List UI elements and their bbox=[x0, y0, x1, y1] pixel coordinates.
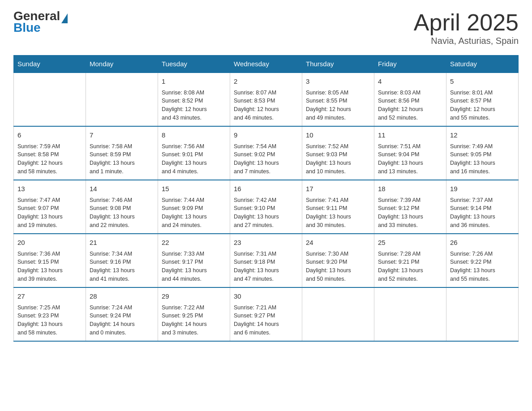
day-info: Sunrise: 7:49 AM Sunset: 9:05 PM Dayligh… bbox=[450, 142, 515, 176]
calendar-cell: 10Sunrise: 7:52 AM Sunset: 9:03 PM Dayli… bbox=[302, 126, 374, 180]
day-info: Sunrise: 7:30 AM Sunset: 9:20 PM Dayligh… bbox=[306, 250, 370, 283]
day-number: 26 bbox=[450, 238, 515, 248]
day-number: 11 bbox=[378, 130, 442, 141]
day-number: 7 bbox=[90, 130, 154, 141]
calendar-cell: 23Sunrise: 7:31 AM Sunset: 9:18 PM Dayli… bbox=[230, 234, 302, 287]
day-of-week-header: Thursday bbox=[302, 56, 374, 73]
day-number: 30 bbox=[234, 291, 298, 302]
day-info: Sunrise: 7:54 AM Sunset: 9:02 PM Dayligh… bbox=[234, 142, 298, 176]
calendar-week-row: 1Sunrise: 8:08 AM Sunset: 8:52 PM Daylig… bbox=[14, 73, 519, 126]
calendar-cell: 14Sunrise: 7:46 AM Sunset: 9:08 PM Dayli… bbox=[86, 180, 158, 234]
day-number: 28 bbox=[90, 291, 154, 302]
day-info: Sunrise: 8:05 AM Sunset: 8:55 PM Dayligh… bbox=[306, 89, 370, 122]
calendar-cell: 15Sunrise: 7:44 AM Sunset: 9:09 PM Dayli… bbox=[158, 180, 230, 234]
day-number: 6 bbox=[17, 130, 82, 141]
day-info: Sunrise: 7:28 AM Sunset: 9:21 PM Dayligh… bbox=[378, 250, 442, 283]
day-info: Sunrise: 8:01 AM Sunset: 8:57 PM Dayligh… bbox=[450, 89, 515, 122]
calendar-cell: 11Sunrise: 7:51 AM Sunset: 9:04 PM Dayli… bbox=[374, 126, 446, 180]
day-number: 4 bbox=[378, 77, 442, 87]
calendar-cell bbox=[302, 287, 374, 341]
day-number: 3 bbox=[306, 77, 370, 87]
calendar-cell: 13Sunrise: 7:47 AM Sunset: 9:07 PM Dayli… bbox=[14, 180, 86, 234]
logo-blue-text: Blue bbox=[13, 21, 68, 34]
day-info: Sunrise: 7:46 AM Sunset: 9:08 PM Dayligh… bbox=[90, 196, 154, 230]
calendar-cell: 2Sunrise: 8:07 AM Sunset: 8:53 PM Daylig… bbox=[230, 73, 302, 126]
day-number: 9 bbox=[234, 130, 298, 141]
day-info: Sunrise: 7:44 AM Sunset: 9:09 PM Dayligh… bbox=[162, 196, 226, 230]
calendar-cell: 3Sunrise: 8:05 AM Sunset: 8:55 PM Daylig… bbox=[302, 73, 374, 126]
day-of-week-header: Sunday bbox=[14, 56, 86, 73]
day-number: 12 bbox=[450, 130, 515, 141]
day-number: 24 bbox=[306, 238, 370, 248]
day-of-week-header: Friday bbox=[374, 56, 446, 73]
day-of-week-header: Monday bbox=[86, 56, 158, 73]
calendar-week-row: 20Sunrise: 7:36 AM Sunset: 9:15 PM Dayli… bbox=[14, 234, 519, 287]
day-info: Sunrise: 7:59 AM Sunset: 8:58 PM Dayligh… bbox=[17, 142, 82, 176]
calendar-cell: 28Sunrise: 7:24 AM Sunset: 9:24 PM Dayli… bbox=[86, 287, 158, 341]
calendar-cell bbox=[446, 287, 519, 341]
calendar-cell: 7Sunrise: 7:58 AM Sunset: 8:59 PM Daylig… bbox=[86, 126, 158, 180]
calendar-cell: 5Sunrise: 8:01 AM Sunset: 8:57 PM Daylig… bbox=[446, 73, 519, 126]
day-info: Sunrise: 7:39 AM Sunset: 9:12 PM Dayligh… bbox=[378, 196, 442, 230]
calendar-cell bbox=[14, 73, 86, 126]
calendar-week-row: 6Sunrise: 7:59 AM Sunset: 8:58 PM Daylig… bbox=[14, 126, 519, 180]
day-number: 27 bbox=[17, 291, 82, 302]
day-info: Sunrise: 7:51 AM Sunset: 9:04 PM Dayligh… bbox=[378, 142, 442, 176]
day-number: 21 bbox=[90, 238, 154, 248]
day-number: 18 bbox=[378, 184, 442, 194]
logo: General Blue bbox=[13, 9, 68, 34]
day-info: Sunrise: 7:52 AM Sunset: 9:03 PM Dayligh… bbox=[306, 142, 370, 176]
day-info: Sunrise: 7:25 AM Sunset: 9:23 PM Dayligh… bbox=[17, 304, 82, 337]
day-number: 8 bbox=[162, 130, 226, 141]
day-number: 23 bbox=[234, 238, 298, 248]
calendar-cell: 25Sunrise: 7:28 AM Sunset: 9:21 PM Dayli… bbox=[374, 234, 446, 287]
title-block: April 2025 Navia, Asturias, Spain bbox=[414, 9, 519, 46]
calendar-cell: 1Sunrise: 8:08 AM Sunset: 8:52 PM Daylig… bbox=[158, 73, 230, 126]
day-number: 19 bbox=[450, 184, 515, 194]
day-number: 20 bbox=[17, 238, 82, 248]
day-number: 1 bbox=[162, 77, 226, 87]
calendar-cell: 29Sunrise: 7:22 AM Sunset: 9:25 PM Dayli… bbox=[158, 287, 230, 341]
calendar-cell bbox=[374, 287, 446, 341]
calendar-cell: 24Sunrise: 7:30 AM Sunset: 9:20 PM Dayli… bbox=[302, 234, 374, 287]
day-info: Sunrise: 7:37 AM Sunset: 9:14 PM Dayligh… bbox=[450, 196, 515, 230]
day-info: Sunrise: 7:21 AM Sunset: 9:27 PM Dayligh… bbox=[234, 304, 298, 337]
calendar-cell: 20Sunrise: 7:36 AM Sunset: 9:15 PM Dayli… bbox=[14, 234, 86, 287]
calendar-cell: 18Sunrise: 7:39 AM Sunset: 9:12 PM Dayli… bbox=[374, 180, 446, 234]
day-info: Sunrise: 7:42 AM Sunset: 9:10 PM Dayligh… bbox=[234, 196, 298, 230]
calendar-cell: 12Sunrise: 7:49 AM Sunset: 9:05 PM Dayli… bbox=[446, 126, 519, 180]
day-number: 14 bbox=[90, 184, 154, 194]
calendar-header: SundayMondayTuesdayWednesdayThursdayFrid… bbox=[14, 56, 519, 73]
day-number: 2 bbox=[234, 77, 298, 87]
day-info: Sunrise: 7:22 AM Sunset: 9:25 PM Dayligh… bbox=[162, 304, 226, 337]
calendar-cell: 27Sunrise: 7:25 AM Sunset: 9:23 PM Dayli… bbox=[14, 287, 86, 341]
calendar-cell: 8Sunrise: 7:56 AM Sunset: 9:01 PM Daylig… bbox=[158, 126, 230, 180]
calendar-cell: 22Sunrise: 7:33 AM Sunset: 9:17 PM Dayli… bbox=[158, 234, 230, 287]
calendar-cell: 17Sunrise: 7:41 AM Sunset: 9:11 PM Dayli… bbox=[302, 180, 374, 234]
calendar-week-row: 13Sunrise: 7:47 AM Sunset: 9:07 PM Dayli… bbox=[14, 180, 519, 234]
calendar-cell: 4Sunrise: 8:03 AM Sunset: 8:56 PM Daylig… bbox=[374, 73, 446, 126]
day-info: Sunrise: 7:36 AM Sunset: 9:15 PM Dayligh… bbox=[17, 250, 82, 283]
day-info: Sunrise: 7:41 AM Sunset: 9:11 PM Dayligh… bbox=[306, 196, 370, 230]
calendar-cell: 6Sunrise: 7:59 AM Sunset: 8:58 PM Daylig… bbox=[14, 126, 86, 180]
day-number: 16 bbox=[234, 184, 298, 194]
day-number: 22 bbox=[162, 238, 226, 248]
calendar-table: SundayMondayTuesdayWednesdayThursdayFrid… bbox=[13, 55, 519, 342]
day-of-week-header: Tuesday bbox=[158, 56, 230, 73]
day-number: 10 bbox=[306, 130, 370, 141]
day-info: Sunrise: 7:24 AM Sunset: 9:24 PM Dayligh… bbox=[90, 304, 154, 337]
day-number: 15 bbox=[162, 184, 226, 194]
day-info: Sunrise: 7:56 AM Sunset: 9:01 PM Dayligh… bbox=[162, 142, 226, 176]
day-info: Sunrise: 7:58 AM Sunset: 8:59 PM Dayligh… bbox=[90, 142, 154, 176]
calendar-cell: 21Sunrise: 7:34 AM Sunset: 9:16 PM Dayli… bbox=[86, 234, 158, 287]
calendar-cell: 30Sunrise: 7:21 AM Sunset: 9:27 PM Dayli… bbox=[230, 287, 302, 341]
day-of-week-header: Wednesday bbox=[230, 56, 302, 73]
calendar-body: 1Sunrise: 8:08 AM Sunset: 8:52 PM Daylig… bbox=[14, 73, 519, 341]
calendar-cell: 26Sunrise: 7:26 AM Sunset: 9:22 PM Dayli… bbox=[446, 234, 519, 287]
day-of-week-header: Saturday bbox=[446, 56, 519, 73]
calendar-cell: 16Sunrise: 7:42 AM Sunset: 9:10 PM Dayli… bbox=[230, 180, 302, 234]
day-info: Sunrise: 8:03 AM Sunset: 8:56 PM Dayligh… bbox=[378, 89, 442, 122]
day-info: Sunrise: 7:34 AM Sunset: 9:16 PM Dayligh… bbox=[90, 250, 154, 283]
day-info: Sunrise: 8:07 AM Sunset: 8:53 PM Dayligh… bbox=[234, 89, 298, 122]
day-number: 5 bbox=[450, 77, 515, 87]
